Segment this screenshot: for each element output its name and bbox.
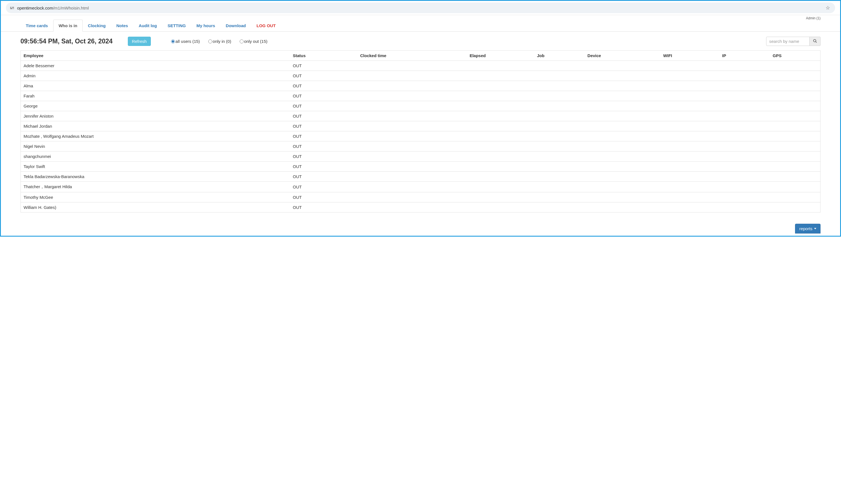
cell-device [585, 131, 660, 141]
cell-employee: Timothy McGee [21, 192, 290, 202]
tab-who-is-in[interactable]: Who is in [53, 20, 83, 32]
url-text: opentimeclock.com/m1/mWhoisin.html [17, 5, 89, 11]
cell-job [534, 121, 584, 131]
cell-status: OUT [290, 202, 357, 213]
tab-clocking[interactable]: Clocking [83, 20, 111, 32]
search-button[interactable] [810, 37, 821, 46]
filter-radio-0[interactable] [171, 39, 175, 43]
cell-elapsed [467, 141, 534, 151]
controls-row: 09:56:54 PM, Sat, Oct 26, 2024 Refresh a… [1, 32, 840, 49]
cell-job [534, 91, 584, 101]
filter-option-1[interactable]: only in (0) [208, 39, 231, 44]
tab-download[interactable]: Download [220, 20, 251, 32]
cell-gps [770, 172, 820, 182]
col-header-wifi[interactable]: WIFI [660, 51, 719, 61]
filter-radio-2[interactable] [240, 39, 244, 43]
cell-ip [719, 131, 770, 141]
url-pill[interactable]: opentimeclock.com/m1/mWhoisin.html ☆ [6, 2, 835, 13]
col-header-elapsed[interactable]: Elapsed [467, 51, 534, 61]
svg-rect-2 [10, 8, 13, 9]
cell-clocked_time [357, 91, 467, 101]
cell-gps [770, 202, 820, 213]
cell-wifi [660, 121, 719, 131]
cell-employee: Tekla Badarzewska-Baranowska [21, 172, 290, 182]
cell-job [534, 182, 584, 192]
cell-job [534, 111, 584, 121]
table-header-row: EmployeeStatusClocked timeElapsedJobDevi… [21, 51, 821, 61]
cell-device [585, 121, 660, 131]
cell-ip [719, 162, 770, 172]
col-header-device[interactable]: Device [585, 51, 660, 61]
cell-clocked_time [357, 182, 467, 192]
cell-clocked_time [357, 192, 467, 202]
col-header-gps[interactable]: GPS [770, 51, 820, 61]
cell-job [534, 151, 584, 162]
cell-clocked_time [357, 202, 467, 213]
search-input[interactable] [766, 37, 810, 46]
filter-option-2[interactable]: only out (15) [240, 39, 268, 44]
table-row: Michael JordanOUT [21, 121, 821, 131]
bookmark-star-icon[interactable]: ☆ [826, 5, 831, 11]
col-header-ip[interactable]: IP [719, 51, 770, 61]
site-settings-icon[interactable] [10, 5, 14, 10]
cell-status: OUT [290, 121, 357, 131]
cell-employee: Mozhate , Wolfgang Amadeus Mozart [21, 131, 290, 141]
filter-radio-1[interactable] [208, 39, 212, 43]
cell-job [534, 71, 584, 81]
cell-employee: Thatcher，Margaret Hilda [21, 182, 290, 192]
table-row: Nigel NevinOUT [21, 141, 821, 151]
cell-wifi [660, 101, 719, 111]
cell-device [585, 192, 660, 202]
cell-elapsed [467, 131, 534, 141]
tab-notes[interactable]: Notes [111, 20, 134, 32]
tab-my-hours[interactable]: My hours [191, 20, 221, 32]
cell-wifi [660, 61, 719, 71]
search-group [766, 37, 821, 46]
cell-ip [719, 172, 770, 182]
cell-clocked_time [357, 111, 467, 121]
filter-option-0[interactable]: all users (15) [171, 39, 200, 44]
svg-rect-1 [12, 7, 14, 7]
svg-rect-0 [10, 7, 12, 7]
filter-radio-group: all users (15)only in (0)only out (15) [171, 39, 268, 44]
tab-audit-log[interactable]: Audit log [134, 20, 162, 32]
employee-table: EmployeeStatusClocked timeElapsedJobDevi… [20, 50, 821, 213]
cell-status: OUT [290, 71, 357, 81]
cell-device [585, 61, 660, 71]
filter-label-2: only out (15) [244, 39, 268, 44]
cell-wifi [660, 111, 719, 121]
cell-clocked_time [357, 141, 467, 151]
reports-button[interactable]: reports [795, 224, 821, 234]
cell-wifi [660, 131, 719, 141]
cell-gps [770, 61, 820, 71]
col-header-status[interactable]: Status [290, 51, 357, 61]
col-header-employee[interactable]: Employee [21, 51, 290, 61]
cell-job [534, 131, 584, 141]
cell-wifi [660, 172, 719, 182]
cell-wifi [660, 71, 719, 81]
tab-setting[interactable]: SETTING [162, 20, 191, 32]
filter-label-1: only in (0) [213, 39, 231, 44]
refresh-button[interactable]: Refresh [128, 37, 151, 46]
cell-clocked_time [357, 172, 467, 182]
cell-ip [719, 192, 770, 202]
cell-status: OUT [290, 151, 357, 162]
search-icon [813, 39, 817, 44]
tab-time-cards[interactable]: Time cards [20, 20, 53, 32]
url-path: /m1/mWhoisin.html [53, 5, 89, 11]
cell-ip [719, 101, 770, 111]
cell-wifi [660, 202, 719, 213]
table-row: Timothy McGeeOUT [21, 192, 821, 202]
cell-elapsed [467, 202, 534, 213]
table-body: Adele BessemerOUTAdminOUTAlmaOUTFarahOUT… [21, 61, 821, 213]
col-header-job[interactable]: Job [534, 51, 584, 61]
tab-log-out[interactable]: LOG OUT [251, 20, 281, 32]
cell-wifi [660, 141, 719, 151]
cell-employee: Admin [21, 71, 290, 81]
col-header-clocked-time[interactable]: Clocked time [357, 51, 467, 61]
cell-job [534, 172, 584, 182]
cell-status: OUT [290, 192, 357, 202]
table-row: AlmaOUT [21, 81, 821, 91]
cell-job [534, 81, 584, 91]
current-datetime: 09:56:54 PM, Sat, Oct 26, 2024 [20, 37, 113, 45]
